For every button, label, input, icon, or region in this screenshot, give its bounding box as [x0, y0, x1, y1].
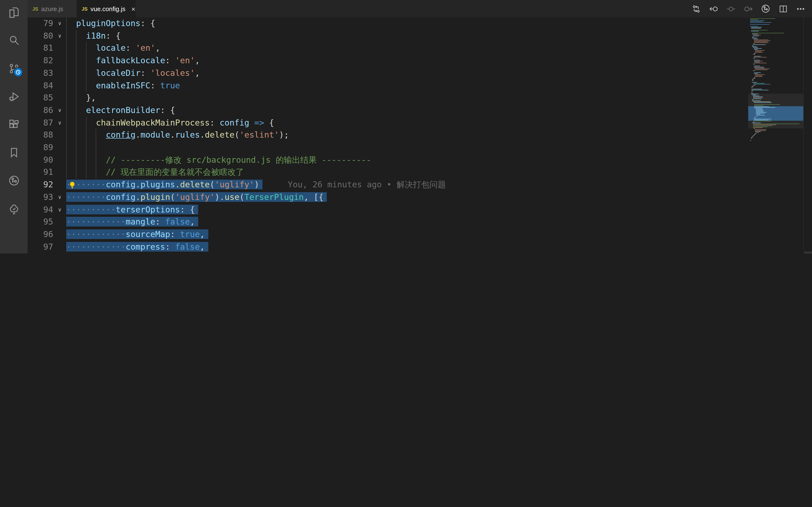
fold-gutter: [53, 179, 66, 191]
line-number: 85: [28, 92, 53, 104]
code-line[interactable]: 80∨ i18n: {: [28, 30, 748, 42]
code-area[interactable]: 79∨ pluginOptions: {80∨ i18n: {81 locale…: [28, 17, 748, 253]
next-change-button[interactable]: [743, 4, 753, 13]
close-icon[interactable]: ×: [131, 5, 136, 12]
line-number: 89: [28, 142, 53, 154]
code-text: ············compress: false,: [66, 241, 748, 253]
minimap-slider[interactable]: [748, 94, 804, 128]
code-lines: 79∨ pluginOptions: {80∨ i18n: {81 locale…: [28, 17, 748, 253]
fold-chevron-icon[interactable]: ∨: [53, 30, 66, 42]
sidebar-item-source-control[interactable]: [0, 56, 28, 81]
code-line[interactable]: 89: [28, 142, 748, 154]
split-editor-button[interactable]: [778, 4, 788, 13]
line-number: 96: [28, 228, 53, 241]
fold-chevron-icon[interactable]: ∨: [53, 104, 66, 117]
code-line[interactable]: 85 },: [28, 92, 748, 104]
line-number: 95: [28, 216, 53, 228]
line-number: 92: [28, 179, 53, 191]
code-text: locale: 'en',: [66, 42, 748, 55]
files-icon: [7, 6, 20, 19]
code-line[interactable]: 95············mangle: false,: [28, 216, 748, 228]
fold-chevron-icon[interactable]: ∨: [53, 204, 66, 216]
open-changes-button[interactable]: [691, 4, 701, 13]
fold-gutter: [53, 216, 66, 228]
previous-change-button[interactable]: [709, 4, 718, 13]
lightbulb-icon[interactable]: [68, 181, 77, 189]
code-line[interactable]: 81 locale: 'en',: [28, 42, 748, 55]
code-line[interactable]: 92········config.plugins.delete('uglify'…: [28, 179, 748, 191]
sidebar-item-explorer[interactable]: [0, 0, 28, 25]
code-text: ········config.plugin('uglify').use(Ters…: [66, 191, 748, 204]
code-text: enableInSFC: true: [66, 79, 748, 92]
fold-gutter: [53, 166, 66, 179]
sidebar-item-gitlens[interactable]: [0, 168, 28, 193]
code-line[interactable]: 98············keep_classnames: true,: [28, 253, 748, 253]
sidebar-item-run-debug[interactable]: [0, 84, 28, 109]
code-line[interactable]: 97············compress: false,: [28, 241, 748, 253]
code-line[interactable]: 94∨··········terserOptions: {: [28, 204, 748, 216]
bookmark-icon: [7, 146, 20, 159]
editor-pane: 79∨ pluginOptions: {80∨ i18n: {81 locale…: [28, 17, 812, 253]
selection-highlight: ········config.plugin('uglify').use(Ters…: [66, 192, 327, 202]
debug-icon: [7, 90, 20, 103]
selection-highlight: ············sourceMap: true,: [66, 229, 208, 239]
line-number: 91: [28, 166, 53, 179]
code-line[interactable]: 87∨ chainWebpackMainProcess: config => {: [28, 117, 748, 129]
code-text: i18n: {: [66, 30, 748, 42]
code-line[interactable]: 90 // ---------修改 src/background.js 的输出结…: [28, 154, 748, 166]
code-line[interactable]: 93∨········config.plugin('uglify').use(T…: [28, 191, 748, 204]
arrow-left-circle-icon: [709, 4, 718, 13]
editor-actions: [691, 0, 812, 17]
code-text: ············keep_classnames: true,: [66, 253, 748, 253]
js-icon: JS: [82, 6, 88, 11]
line-number: 90: [28, 154, 53, 166]
search-icon: [7, 34, 20, 47]
code-line[interactable]: 91 // 现在里面的变量名就不会被瞎改了: [28, 166, 748, 179]
tree-icon: [7, 202, 20, 215]
code-line[interactable]: 96············sourceMap: true,: [28, 228, 748, 241]
fold-chevron-icon[interactable]: ∨: [53, 17, 66, 30]
tab-azure-js[interactable]: JS azure.js: [28, 0, 77, 17]
fold-gutter: [53, 42, 66, 55]
split-editor-icon: [778, 4, 788, 13]
code-line[interactable]: 83 localeDir: 'locales',: [28, 67, 748, 79]
sidebar-item-bookmarks[interactable]: [0, 140, 28, 165]
line-number: 97: [28, 241, 53, 253]
editor-scrollbar[interactable]: [803, 17, 812, 253]
code-text: fallbackLocale: 'en',: [66, 55, 748, 67]
line-number: 86: [28, 104, 53, 117]
more-actions-button[interactable]: [796, 4, 805, 13]
sidebar-item-search[interactable]: [0, 28, 28, 53]
code-line[interactable]: 88 config.module.rules.delete('eslint');: [28, 129, 748, 142]
code-text: electronBuilder: {: [66, 104, 748, 117]
gitlens-blame-annotation: You, 26 minutes ago • 解决打包问题: [288, 180, 446, 189]
line-number: 84: [28, 79, 53, 92]
code-text: config.module.rules.delete('eslint');: [66, 129, 748, 142]
line-number: 83: [28, 67, 53, 79]
selection-highlight: ··········terserOptions: {: [66, 205, 198, 214]
sidebar-item-extensions[interactable]: [0, 112, 28, 137]
sidebar-item-todo-tree[interactable]: [0, 196, 28, 221]
code-line[interactable]: 86∨ electronBuilder: {: [28, 104, 748, 117]
scrollbar-slider[interactable]: [804, 251, 812, 253]
fold-chevron-icon[interactable]: ∨: [53, 117, 66, 129]
arrow-right-circle-icon: [744, 4, 753, 13]
selection-highlight: ············mangle: false,: [66, 217, 198, 227]
selection-highlight: ············compress: false,: [66, 242, 208, 251]
line-number: 82: [28, 55, 53, 67]
code-line[interactable]: 82 fallbackLocale: 'en',: [28, 55, 748, 67]
line-number: 80: [28, 30, 53, 42]
fold-chevron-icon[interactable]: ∨: [53, 191, 66, 204]
compare-changes-icon: [692, 4, 701, 13]
ellipsis-icon: [796, 4, 805, 13]
code-text: localeDir: 'locales',: [66, 67, 748, 79]
code-line[interactable]: 79∨ pluginOptions: {: [28, 17, 748, 30]
extensions-icon: [7, 118, 20, 131]
changes-button[interactable]: [726, 4, 735, 13]
minimap[interactable]: [748, 17, 804, 253]
tab-vue-config-js[interactable]: JS vue.config.js ×: [77, 0, 136, 17]
fold-gutter: [53, 129, 66, 142]
gitlens-graph-button[interactable]: [761, 4, 770, 13]
code-text: // ---------修改 src/background.js 的输出结果 -…: [66, 154, 748, 166]
code-line[interactable]: 84 enableInSFC: true: [28, 79, 748, 92]
